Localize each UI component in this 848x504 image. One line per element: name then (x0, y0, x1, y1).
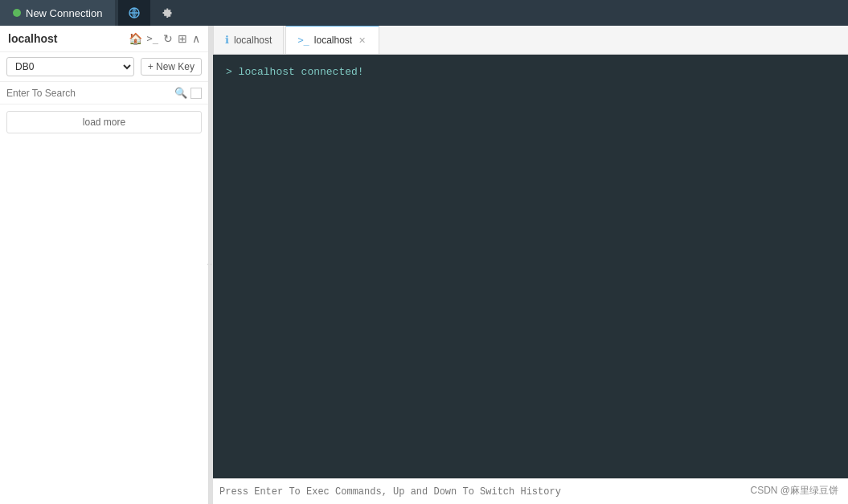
gear-icon (160, 6, 173, 19)
tab-info-localhost[interactable]: ℹ localhost (213, 26, 284, 54)
info-icon: ℹ (225, 34, 229, 46)
connection-status-dot (13, 9, 21, 17)
new-connection-label: New Connection (26, 7, 102, 19)
terminal-area[interactable]: > localhost connected! (213, 55, 848, 478)
sidebar: localhost 🏠 >_ ↻ ⊞ ∧ DB0 DB1 DB2 + New K… (0, 26, 209, 504)
top-bar-actions (118, 0, 182, 26)
tab-terminal-localhost[interactable]: >_ localhost ✕ (285, 26, 379, 54)
tab-info-label: localhost (234, 35, 272, 46)
settings-icon-button[interactable] (150, 0, 182, 26)
tab-close-button[interactable]: ✕ (357, 35, 367, 47)
sidebar-load-more-section: load more (0, 104, 208, 140)
refresh-icon[interactable]: ↻ (163, 32, 173, 45)
sidebar-db-row: DB0 DB1 DB2 + New Key (0, 52, 208, 82)
terminal-icon[interactable]: >_ (147, 33, 158, 44)
top-bar: New Connection (0, 0, 848, 26)
sidebar-host-label: localhost (8, 32, 57, 45)
load-more-label: load more (83, 117, 125, 128)
sidebar-icon-group: 🏠 >_ ↻ ⊞ ∧ (129, 32, 200, 45)
collapse-icon[interactable]: ∧ (192, 32, 200, 45)
new-key-button[interactable]: + New Key (141, 58, 202, 76)
right-panel: ℹ localhost >_ localhost ✕ > localhost c… (213, 26, 848, 504)
db-select[interactable]: DB0 DB1 DB2 (6, 57, 134, 76)
sidebar-header: localhost 🏠 >_ ↻ ⊞ ∧ (0, 26, 208, 52)
new-key-label: + New Key (148, 61, 195, 72)
home-icon[interactable]: 🏠 (129, 32, 142, 45)
watermark: CSDN @麻里绿豆饼 (750, 484, 838, 498)
grid-icon[interactable]: ⊞ (178, 32, 187, 45)
search-checkbox[interactable] (190, 88, 202, 99)
new-connection-button[interactable]: New Connection (0, 0, 115, 26)
browser-icon (128, 6, 141, 19)
main-layout: localhost 🏠 >_ ↻ ⊞ ∧ DB0 DB1 DB2 + New K… (0, 26, 848, 504)
command-input[interactable] (219, 486, 842, 498)
tab-terminal-label: localhost (314, 35, 352, 46)
terminal-connected-message: > localhost connected! (226, 66, 835, 78)
tabs-bar: ℹ localhost >_ localhost ✕ (213, 26, 848, 55)
search-input[interactable] (6, 88, 171, 99)
browser-icon-button[interactable] (118, 0, 150, 26)
sidebar-search-row: 🔍 (0, 82, 208, 104)
terminal-tab-icon: >_ (297, 35, 309, 46)
search-icon[interactable]: 🔍 (174, 87, 187, 99)
load-more-button[interactable]: load more (6, 111, 202, 133)
